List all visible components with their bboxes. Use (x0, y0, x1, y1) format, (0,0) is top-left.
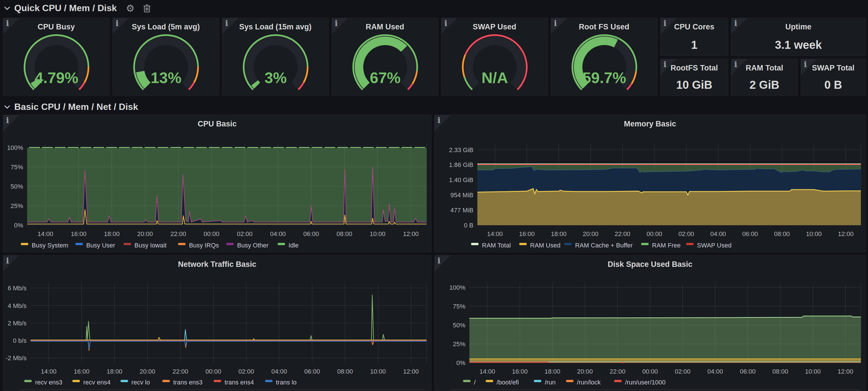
x-tick-label: 04:00 (707, 368, 723, 375)
y-tick-label: 75% (10, 163, 23, 171)
x-tick-label: 00:00 (206, 368, 221, 375)
legend-item[interactable]: Busy System (21, 242, 68, 249)
x-tick-label: 06:00 (740, 368, 755, 375)
svg-text:recv lo: recv lo (131, 379, 150, 386)
gauge-value: 67% (370, 69, 401, 86)
y-tick-label: 2.33 GiB (449, 146, 473, 154)
legend-item[interactable]: recv ens3 (24, 379, 62, 386)
panel-title[interactable]: CPU Busy (3, 23, 109, 31)
x-tick-label: 14:00 (487, 230, 503, 237)
x-tick-label: 10:00 (370, 230, 385, 237)
y-tick-label: 100% (450, 284, 465, 291)
section-title: Quick CPU / Mem / Disk (14, 3, 117, 13)
panel-title[interactable]: CPU Cores (660, 23, 728, 31)
cpu-basic-chart: 0%25%50%75%100%14:0016:0018:0020:0022:00… (3, 115, 431, 252)
x-tick-label: 14:00 (38, 230, 53, 237)
network-traffic-basic-chart: -2 Mb/s0 b/s2 Mb/s4 Mb/s6 Mb/s14:0016:00… (3, 255, 431, 391)
gauge-value: N/A (482, 69, 508, 86)
legend-item[interactable]: /boot/efi (486, 379, 519, 386)
trash-icon[interactable] (143, 4, 151, 13)
panel-title[interactable]: Sys Load (5m avg) (113, 23, 219, 31)
x-tick-label: 10:00 (805, 368, 820, 375)
legend-item[interactable]: /run (534, 379, 556, 386)
panel-title[interactable]: RAM Used (332, 23, 438, 31)
gear-icon[interactable]: ⚙ (126, 3, 134, 13)
legend-item[interactable]: RAM Cache + Buffer (564, 242, 632, 249)
panel-stat-swap-total: i SWAP Total 0 B (801, 59, 866, 96)
gauge-value: 13% (151, 69, 182, 86)
legend-item[interactable]: Busy Other (226, 242, 269, 249)
x-tick-label: 12:00 (403, 368, 419, 375)
x-tick-label: 08:00 (772, 368, 788, 375)
panel-title[interactable]: SWAP Used (441, 23, 548, 31)
legend-item[interactable]: RAM Used (519, 242, 560, 249)
x-tick-label: 12:00 (403, 230, 418, 237)
section-title: Basic CPU / Mem / Net / Disk (14, 101, 138, 112)
section-quick-cpu-mem-disk[interactable]: Quick CPU / Mem / Disk ⚙ (4, 3, 151, 13)
x-tick-label: 16:00 (71, 230, 87, 237)
legend-item[interactable]: recv lo (121, 379, 150, 386)
svg-text:recv ens4: recv ens4 (83, 379, 111, 386)
gauge-value: 3% (265, 69, 287, 86)
x-tick-label: 20:00 (140, 368, 155, 375)
panel-stat-ram-total: i RAM Total 2 GiB (731, 59, 798, 96)
panel-title[interactable]: SWAP Total (801, 64, 865, 72)
panel-memory-basic: i Memory Basic 0 B477 MiB954 MiB1.40 GiB… (434, 115, 866, 252)
svg-text:Busy Other: Busy Other (237, 242, 269, 249)
grid (31, 283, 427, 363)
svg-text:Busy System: Busy System (32, 242, 68, 249)
legend-item[interactable]: RAM Total (471, 242, 511, 249)
y-tick-label: 0% (14, 222, 23, 229)
x-tick-label: 00:00 (647, 230, 662, 237)
panel-title[interactable]: Root FS Used (551, 23, 657, 31)
panel-stat-rootfs-total: i RootFS Total 10 GiB (660, 59, 728, 96)
y-tick-label: 4 Mb/s (8, 302, 27, 309)
gauge-value: 4.79% (34, 69, 78, 86)
y-tick-label: 0 B (464, 222, 473, 229)
legend-item[interactable]: Busy IRQs (178, 242, 219, 249)
legend-item[interactable]: recv ens4 (72, 379, 111, 386)
x-tick-label: 00:00 (642, 368, 658, 375)
legend-item[interactable]: trans lo (265, 379, 297, 386)
series-root-fs (469, 316, 861, 363)
x-tick-label: 14:00 (479, 368, 495, 375)
panel-title[interactable]: RAM Total (731, 64, 798, 72)
panel-title[interactable]: Sys Load (15m avg) (222, 23, 329, 31)
gauge-value: 59.7% (582, 69, 626, 86)
panel-stat-cpu-cores: i CPU Cores 1 (660, 18, 728, 56)
legend-item[interactable]: Busy User (75, 242, 115, 249)
x-tick-label: 18:00 (545, 368, 560, 375)
legend-item[interactable]: / (463, 379, 476, 386)
panel-network-traffic-basic: i Network Traffic Basic -2 Mb/s0 b/s2 Mb… (3, 255, 431, 391)
legend-item[interactable]: SWAP Used (686, 242, 732, 249)
svg-text:/run/user/1000: /run/user/1000 (625, 379, 666, 386)
y-tick-label: 0% (456, 359, 465, 366)
legend-item[interactable]: Busy Iowait (124, 242, 167, 249)
y-tick-label: 1.40 GiB (449, 176, 473, 183)
y-tick-label: 477 MiB (450, 207, 473, 214)
legend-item[interactable]: Idle (278, 242, 299, 249)
svg-text:Busy User: Busy User (86, 242, 115, 249)
legend-item[interactable]: RAM Free (641, 242, 681, 249)
legend-item[interactable]: trans ens4 (214, 379, 254, 386)
x-tick-label: 02:00 (679, 230, 694, 237)
svg-text:Busy Iowait: Busy Iowait (134, 242, 167, 249)
svg-text:SWAP Used: SWAP Used (697, 242, 732, 249)
panel-title[interactable]: Uptime (731, 23, 865, 31)
y-tick-label: 1.86 GiB (449, 161, 473, 169)
stat-value: 2 GiB (731, 79, 798, 91)
x-tick-label: 16:00 (512, 368, 528, 375)
panel-title[interactable]: RootFS Total (660, 64, 728, 72)
panel-disk-space-used-basic: i Disk Space Used Basic 0%25%50%75%100%1… (434, 255, 866, 391)
legend-item[interactable]: trans ens3 (162, 379, 203, 386)
y-tick-label: -2 Mb/s (6, 355, 27, 362)
x-tick-label: 22:00 (610, 368, 625, 375)
x-tick-label: 18:00 (104, 230, 120, 237)
svg-text:/boot/efi: /boot/efi (496, 379, 519, 386)
legend-item[interactable]: /run/lock (566, 379, 601, 386)
svg-text:trans ens3: trans ens3 (173, 379, 203, 386)
y-tick-label: 954 MiB (450, 191, 473, 199)
x-tick-label: 00:00 (204, 230, 219, 237)
section-basic-cpu-mem-net-disk[interactable]: Basic CPU / Mem / Net / Disk (4, 101, 138, 112)
legend-item[interactable]: /run/user/1000 (614, 379, 666, 386)
